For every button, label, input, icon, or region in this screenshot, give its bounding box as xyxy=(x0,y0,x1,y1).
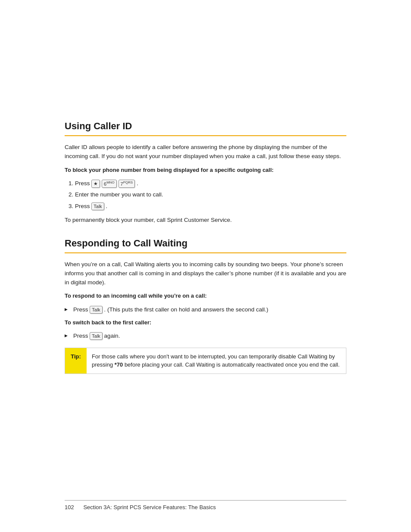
step-1-press: Press xyxy=(75,180,90,187)
page-footer: 102 Section 3A: Sprint PCS Service Featu… xyxy=(65,500,346,510)
key-talk-2: Talk xyxy=(90,306,103,314)
page-content: Using Caller ID Caller ID allows people … xyxy=(0,0,411,532)
caller-id-section: Using Caller ID Caller ID allows people … xyxy=(65,121,346,225)
tip-bold: *70 xyxy=(115,361,123,368)
caller-id-instruction: To block your phone number from being di… xyxy=(65,166,346,174)
respond-label: To respond to an incoming call while you… xyxy=(65,292,346,300)
switch-press: Press xyxy=(73,333,88,339)
call-waiting-section: Responding to Call Waiting When you’re o… xyxy=(65,238,346,374)
footer-section-text: Section 3A: Sprint PCS Service Features:… xyxy=(83,504,216,510)
key-star: ★ xyxy=(91,180,100,187)
caller-id-intro: Caller ID allows people to identify a ca… xyxy=(65,143,346,161)
tip-label: Tip: xyxy=(65,348,87,373)
caller-id-footer-note: To permanently block your number, call S… xyxy=(65,216,346,225)
caller-id-steps: Press ★ 6MNO 7PQRS . Enter the number yo… xyxy=(75,179,346,211)
key-6: 6MNO xyxy=(102,180,117,188)
caller-id-body: Caller ID allows people to identify a ca… xyxy=(65,143,346,225)
respond-press: Press xyxy=(73,306,88,313)
step-1-period: . xyxy=(137,180,138,187)
switch-bullets: Press Talk again. xyxy=(65,332,346,341)
caller-id-title: Using Caller ID xyxy=(65,121,346,136)
tip-box: Tip: For those calls where you don't wan… xyxy=(65,348,346,374)
key-talk-3: Talk xyxy=(90,332,103,340)
tip-content: For those calls where you don't want to … xyxy=(87,348,346,373)
call-waiting-body: When you’re on a call, Call Waiting aler… xyxy=(65,260,346,374)
respond-after: . (This puts the first caller on hold an… xyxy=(104,306,268,313)
switch-back-label: To switch back to the first caller: xyxy=(65,319,346,327)
footer-divider xyxy=(65,500,346,501)
footer-page-number: 102 xyxy=(65,504,74,510)
call-waiting-intro: When you’re on a call, Call Waiting aler… xyxy=(65,260,346,287)
step-1: Press ★ 6MNO 7PQRS . xyxy=(75,179,346,188)
step-3-press: Press xyxy=(75,203,90,209)
key-talk-1: Talk xyxy=(91,202,104,210)
respond-bullet-1: Press Talk . (This puts the first caller… xyxy=(65,305,346,314)
step-2: Enter the number you want to call. xyxy=(75,190,346,199)
call-waiting-title: Responding to Call Waiting xyxy=(65,238,346,253)
step-3: Press Talk . xyxy=(75,202,346,211)
step-3-period: . xyxy=(106,203,108,209)
respond-bullets: Press Talk . (This puts the first caller… xyxy=(65,305,346,314)
switch-after: again. xyxy=(104,333,120,339)
switch-bullet-1: Press Talk again. xyxy=(65,332,346,341)
key-7: 7PQRS xyxy=(118,180,135,188)
